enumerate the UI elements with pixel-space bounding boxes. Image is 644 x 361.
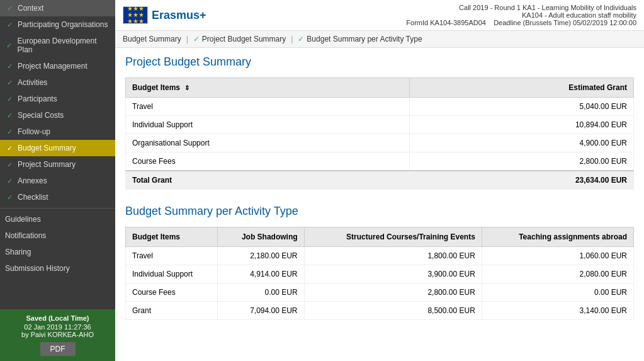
sidebar-item-activities[interactable]: ✓Activities	[0, 74, 115, 91]
sidebar-item-submission-history[interactable]: Submission History	[0, 260, 115, 277]
tab-budget-summary[interactable]: Budget Summary	[123, 35, 181, 43]
act-item-name: Course Fees	[126, 284, 218, 302]
sidebar: ✓Context✓Participating Organisations✓Eur…	[0, 0, 115, 361]
sidebar-item-follow-up[interactable]: ✓Follow-up	[0, 123, 115, 140]
deadline: Deadline (Brussels Time) 05/02/2019 12:0…	[494, 19, 636, 26]
tab-divider-1: |	[186, 35, 188, 43]
sidebar-label-annexes: Annexes	[18, 176, 47, 185]
sidebar-label-budget-summary: Budget Summary	[18, 144, 76, 152]
erasmus-logo: ★★★★★★★★★ Erasmus+	[123, 6, 206, 24]
table-row: Travel2,180.00 EUR1,800.00 EUR1,060.00 E…	[126, 247, 634, 265]
tab-activity-type[interactable]: ✓ Budget Summary per Activity Type	[298, 35, 422, 43]
check-icon-annexes: ✓	[5, 176, 14, 185]
check-icon-follow-up: ✓	[5, 127, 14, 136]
check-icon-european-development-plan: ✓	[5, 41, 13, 50]
tab-check-icon-2: ✓	[298, 35, 304, 43]
sidebar-divider	[0, 208, 115, 209]
act-structured: 1,800.00 EUR	[304, 247, 482, 265]
sidebar-item-context[interactable]: ✓Context	[0, 0, 115, 16]
tab-budget-summary-label: Budget Summary	[123, 35, 181, 43]
sidebar-label-project-management: Project Management	[18, 62, 88, 71]
sidebar-item-european-development-plan[interactable]: ✓European Development Plan	[0, 33, 115, 58]
col-job-shadowing: Job Shadowing	[218, 227, 304, 247]
sort-icon[interactable]: ⇕	[184, 84, 189, 91]
check-icon-checklist: ✓	[5, 193, 14, 202]
tab-check-icon-1: ✓	[193, 35, 200, 43]
table-row: Organisational Support4,900.00 EUR	[126, 134, 634, 152]
sidebar-item-participating-organisations[interactable]: ✓Participating Organisations	[0, 16, 115, 33]
act-teaching: 0.00 EUR	[482, 284, 633, 302]
sidebar-item-participants[interactable]: ✓Participants	[0, 91, 115, 107]
sidebar-label-european-development-plan: European Development Plan	[17, 37, 110, 54]
project-budget-title: Project Budget Summary	[125, 55, 634, 69]
project-budget-table: Budget Items ⇕ Estimated Grant Travel5,0…	[125, 77, 634, 190]
act-structured: 3,900.00 EUR	[304, 265, 482, 284]
action-info: KA104 - Adult education staff mobility	[406, 11, 636, 19]
table-row: Grant7,094.00 EUR8,500.00 EUR3,140.00 EU…	[126, 302, 634, 320]
main-area: ★★★★★★★★★ Erasmus+ Call 2019 - Round 1 K…	[115, 0, 644, 361]
col-teaching-assignments: Teaching assignments abroad	[482, 227, 633, 247]
sidebar-item-special-costs[interactable]: ✓Special Costs	[0, 107, 115, 123]
table-row: Travel5,040.00 EUR	[126, 98, 634, 116]
table-row: Course Fees0.00 EUR2,800.00 EUR0.00 EUR	[126, 284, 634, 302]
table-row: Individual Support10,894.00 EUR	[126, 116, 634, 134]
tabbar: Budget Summary | ✓ Project Budget Summar…	[115, 31, 644, 48]
check-icon-activities: ✓	[5, 78, 14, 87]
eu-stars: ★★★★★★★★★	[127, 6, 144, 25]
sidebar-label-activities: Activities	[18, 78, 47, 87]
act-item-name: Grant	[126, 302, 218, 320]
sidebar-label-special-costs: Special Costs	[18, 111, 64, 120]
tab-project-budget-summary[interactable]: ✓ Project Budget Summary	[193, 35, 286, 43]
budget-item-amount: 10,894.00 EUR	[409, 116, 633, 134]
sidebar-save-info: Saved (Local Time) 02 Jan 2019 11:27:36 …	[0, 309, 115, 361]
sidebar-item-project-summary[interactable]: ✓Project Summary	[0, 156, 115, 173]
header-left: ★★★★★★★★★ Erasmus+	[123, 6, 206, 24]
tab-divider-2: |	[291, 35, 293, 43]
header: ★★★★★★★★★ Erasmus+ Call 2019 - Round 1 K…	[115, 0, 644, 31]
form-id: FormId KA104-3895AD04	[406, 19, 486, 26]
sidebar-item-guidelines[interactable]: Guidelines	[0, 211, 115, 227]
table-row: Course Fees2,800.00 EUR	[126, 152, 634, 171]
sidebar-plain-section: GuidelinesNotificationsSharingSubmission…	[0, 211, 115, 277]
act-teaching: 3,140.00 EUR	[482, 302, 633, 320]
sidebar-item-budget-summary[interactable]: ✓Budget Summary	[0, 140, 115, 156]
saved-date: 02 Jan 2019 11:27:36	[5, 323, 110, 331]
budget-item-name: Individual Support	[126, 116, 410, 134]
budget-item-amount: 2,800.00 EUR	[409, 152, 633, 171]
total-label: Total Grant	[126, 171, 410, 190]
sidebar-label-participating-organisations: Participating Organisations	[18, 20, 108, 29]
budget-item-name: Organisational Support	[126, 134, 410, 152]
budget-item-amount: 4,900.00 EUR	[409, 134, 633, 152]
check-icon-participants: ✓	[5, 95, 14, 103]
check-icon-budget-summary: ✓	[5, 144, 14, 152]
sidebar-item-notifications[interactable]: Notifications	[0, 227, 115, 244]
check-icon-context: ✓	[5, 4, 14, 13]
budget-item-name: Course Fees	[126, 152, 410, 171]
col-estimated-grant: Estimated Grant	[409, 78, 633, 98]
act-job-shadowing: 2,180.00 EUR	[218, 247, 304, 265]
sidebar-label-participants: Participants	[18, 95, 57, 103]
col-structured-courses: Structured Courses/Training Events	[304, 227, 482, 247]
sidebar-label-checklist: Checklist	[18, 193, 48, 202]
activity-type-title: Budget Summary per Activity Type	[125, 205, 634, 218]
act-structured: 2,800.00 EUR	[304, 284, 482, 302]
sidebar-item-project-management[interactable]: ✓Project Management	[0, 58, 115, 74]
total-amount: 23,634.00 EUR	[409, 171, 633, 190]
saved-label: Saved (Local Time)	[5, 314, 110, 322]
act-job-shadowing: 0.00 EUR	[218, 284, 304, 302]
sidebar-item-annexes[interactable]: ✓Annexes	[0, 173, 115, 189]
total-row: Total Grant23,634.00 EUR	[126, 171, 634, 190]
budget-item-amount: 5,040.00 EUR	[409, 98, 633, 116]
pdf-button[interactable]: PDF	[40, 342, 76, 356]
act-job-shadowing: 4,914.00 EUR	[218, 265, 304, 284]
col-budget-items: Budget Items ⇕	[126, 78, 410, 98]
check-icon-participating-organisations: ✓	[5, 20, 14, 29]
act-structured: 8,500.00 EUR	[304, 302, 482, 320]
eu-flag-icon: ★★★★★★★★★	[123, 6, 148, 24]
act-job-shadowing: 7,094.00 EUR	[218, 302, 304, 320]
act-teaching: 2,080.00 EUR	[482, 265, 633, 284]
sidebar-menu: ✓Context✓Participating Organisations✓Eur…	[0, 0, 115, 205]
sidebar-item-sharing[interactable]: Sharing	[0, 244, 115, 260]
sidebar-item-checklist[interactable]: ✓Checklist	[0, 189, 115, 205]
program-name: Erasmus+	[152, 9, 206, 22]
